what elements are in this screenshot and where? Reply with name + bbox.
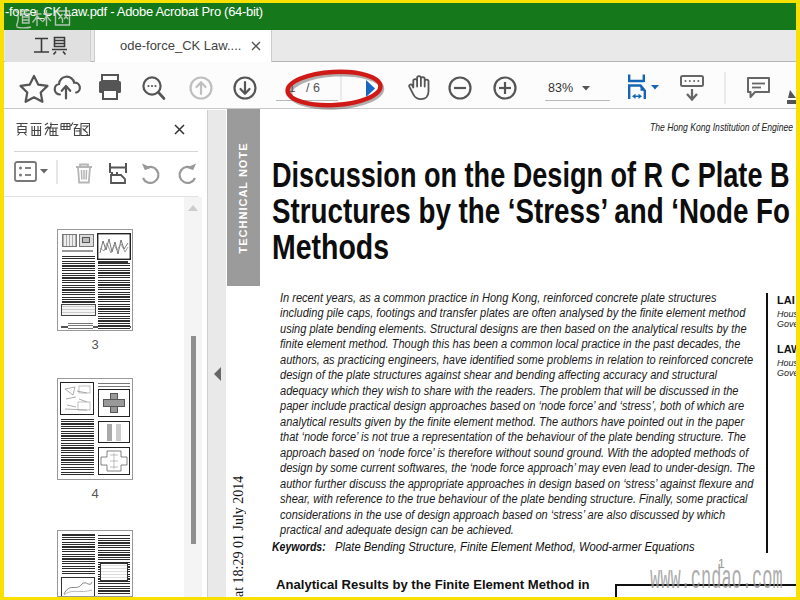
svg-text:83%: 83% xyxy=(548,81,573,95)
